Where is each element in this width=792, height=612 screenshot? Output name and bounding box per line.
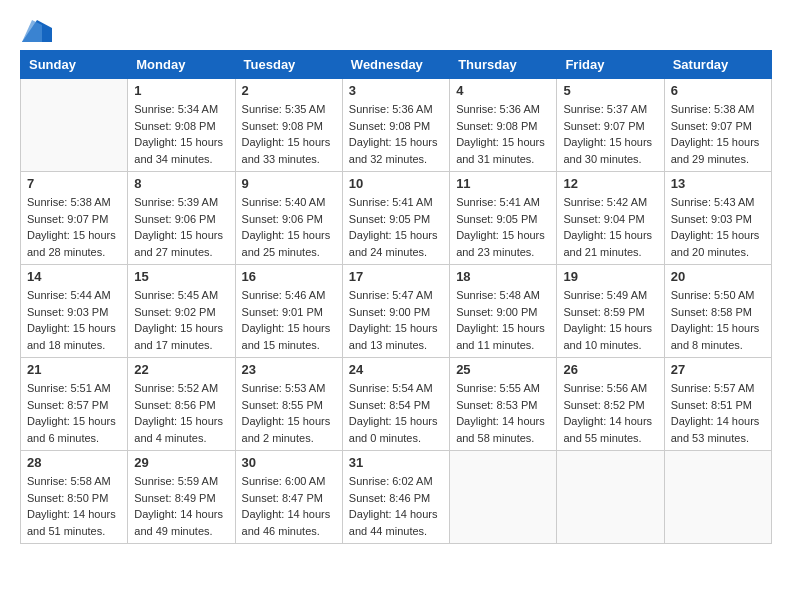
- calendar-cell: [557, 451, 664, 544]
- calendar-cell: 22Sunrise: 5:52 AMSunset: 8:56 PMDayligh…: [128, 358, 235, 451]
- calendar-cell: [664, 451, 771, 544]
- logo: [20, 20, 52, 40]
- day-info: Sunrise: 5:46 AMSunset: 9:01 PMDaylight:…: [242, 287, 336, 353]
- calendar-cell: 30Sunrise: 6:00 AMSunset: 8:47 PMDayligh…: [235, 451, 342, 544]
- day-number: 18: [456, 269, 550, 284]
- calendar-cell: 26Sunrise: 5:56 AMSunset: 8:52 PMDayligh…: [557, 358, 664, 451]
- day-info: Sunrise: 5:56 AMSunset: 8:52 PMDaylight:…: [563, 380, 657, 446]
- calendar-header-wednesday: Wednesday: [342, 51, 449, 79]
- day-number: 1: [134, 83, 228, 98]
- calendar-week-row: 21Sunrise: 5:51 AMSunset: 8:57 PMDayligh…: [21, 358, 772, 451]
- day-number: 21: [27, 362, 121, 377]
- calendar-week-row: 7Sunrise: 5:38 AMSunset: 9:07 PMDaylight…: [21, 172, 772, 265]
- day-number: 6: [671, 83, 765, 98]
- day-info: Sunrise: 5:41 AMSunset: 9:05 PMDaylight:…: [349, 194, 443, 260]
- calendar-cell: 5Sunrise: 5:37 AMSunset: 9:07 PMDaylight…: [557, 79, 664, 172]
- day-info: Sunrise: 5:34 AMSunset: 9:08 PMDaylight:…: [134, 101, 228, 167]
- day-info: Sunrise: 5:58 AMSunset: 8:50 PMDaylight:…: [27, 473, 121, 539]
- day-number: 28: [27, 455, 121, 470]
- day-number: 16: [242, 269, 336, 284]
- day-info: Sunrise: 5:45 AMSunset: 9:02 PMDaylight:…: [134, 287, 228, 353]
- day-info: Sunrise: 5:51 AMSunset: 8:57 PMDaylight:…: [27, 380, 121, 446]
- day-info: Sunrise: 5:41 AMSunset: 9:05 PMDaylight:…: [456, 194, 550, 260]
- calendar-header-sunday: Sunday: [21, 51, 128, 79]
- day-info: Sunrise: 5:35 AMSunset: 9:08 PMDaylight:…: [242, 101, 336, 167]
- calendar-cell: 6Sunrise: 5:38 AMSunset: 9:07 PMDaylight…: [664, 79, 771, 172]
- day-number: 5: [563, 83, 657, 98]
- day-number: 11: [456, 176, 550, 191]
- day-number: 7: [27, 176, 121, 191]
- day-number: 14: [27, 269, 121, 284]
- calendar-cell: 17Sunrise: 5:47 AMSunset: 9:00 PMDayligh…: [342, 265, 449, 358]
- day-number: 29: [134, 455, 228, 470]
- day-info: Sunrise: 5:53 AMSunset: 8:55 PMDaylight:…: [242, 380, 336, 446]
- day-info: Sunrise: 6:00 AMSunset: 8:47 PMDaylight:…: [242, 473, 336, 539]
- day-number: 13: [671, 176, 765, 191]
- day-info: Sunrise: 5:54 AMSunset: 8:54 PMDaylight:…: [349, 380, 443, 446]
- calendar-cell: 9Sunrise: 5:40 AMSunset: 9:06 PMDaylight…: [235, 172, 342, 265]
- day-number: 15: [134, 269, 228, 284]
- day-info: Sunrise: 5:49 AMSunset: 8:59 PMDaylight:…: [563, 287, 657, 353]
- calendar-cell: 28Sunrise: 5:58 AMSunset: 8:50 PMDayligh…: [21, 451, 128, 544]
- calendar-cell: 7Sunrise: 5:38 AMSunset: 9:07 PMDaylight…: [21, 172, 128, 265]
- calendar-header-row: SundayMondayTuesdayWednesdayThursdayFrid…: [21, 51, 772, 79]
- day-number: 25: [456, 362, 550, 377]
- day-number: 8: [134, 176, 228, 191]
- day-info: Sunrise: 5:47 AMSunset: 9:00 PMDaylight:…: [349, 287, 443, 353]
- calendar-cell: 3Sunrise: 5:36 AMSunset: 9:08 PMDaylight…: [342, 79, 449, 172]
- day-info: Sunrise: 5:52 AMSunset: 8:56 PMDaylight:…: [134, 380, 228, 446]
- calendar-cell: 4Sunrise: 5:36 AMSunset: 9:08 PMDaylight…: [450, 79, 557, 172]
- calendar-cell: 18Sunrise: 5:48 AMSunset: 9:00 PMDayligh…: [450, 265, 557, 358]
- day-number: 22: [134, 362, 228, 377]
- calendar-header-tuesday: Tuesday: [235, 51, 342, 79]
- calendar-header-friday: Friday: [557, 51, 664, 79]
- calendar-cell: 25Sunrise: 5:55 AMSunset: 8:53 PMDayligh…: [450, 358, 557, 451]
- calendar-cell: 11Sunrise: 5:41 AMSunset: 9:05 PMDayligh…: [450, 172, 557, 265]
- page-header: [20, 20, 772, 40]
- day-number: 12: [563, 176, 657, 191]
- calendar-cell: 15Sunrise: 5:45 AMSunset: 9:02 PMDayligh…: [128, 265, 235, 358]
- calendar-cell: 8Sunrise: 5:39 AMSunset: 9:06 PMDaylight…: [128, 172, 235, 265]
- day-number: 17: [349, 269, 443, 284]
- calendar-cell: 13Sunrise: 5:43 AMSunset: 9:03 PMDayligh…: [664, 172, 771, 265]
- calendar-table: SundayMondayTuesdayWednesdayThursdayFrid…: [20, 50, 772, 544]
- day-info: Sunrise: 5:57 AMSunset: 8:51 PMDaylight:…: [671, 380, 765, 446]
- day-number: 19: [563, 269, 657, 284]
- day-info: Sunrise: 5:36 AMSunset: 9:08 PMDaylight:…: [349, 101, 443, 167]
- day-info: Sunrise: 6:02 AMSunset: 8:46 PMDaylight:…: [349, 473, 443, 539]
- calendar-cell: 21Sunrise: 5:51 AMSunset: 8:57 PMDayligh…: [21, 358, 128, 451]
- day-info: Sunrise: 5:50 AMSunset: 8:58 PMDaylight:…: [671, 287, 765, 353]
- day-number: 3: [349, 83, 443, 98]
- day-info: Sunrise: 5:40 AMSunset: 9:06 PMDaylight:…: [242, 194, 336, 260]
- calendar-week-row: 28Sunrise: 5:58 AMSunset: 8:50 PMDayligh…: [21, 451, 772, 544]
- day-number: 9: [242, 176, 336, 191]
- day-info: Sunrise: 5:37 AMSunset: 9:07 PMDaylight:…: [563, 101, 657, 167]
- day-info: Sunrise: 5:55 AMSunset: 8:53 PMDaylight:…: [456, 380, 550, 446]
- day-number: 10: [349, 176, 443, 191]
- calendar-cell: 20Sunrise: 5:50 AMSunset: 8:58 PMDayligh…: [664, 265, 771, 358]
- day-number: 23: [242, 362, 336, 377]
- calendar-cell: 10Sunrise: 5:41 AMSunset: 9:05 PMDayligh…: [342, 172, 449, 265]
- logo-icon: [22, 20, 52, 42]
- calendar-cell: 29Sunrise: 5:59 AMSunset: 8:49 PMDayligh…: [128, 451, 235, 544]
- day-info: Sunrise: 5:59 AMSunset: 8:49 PMDaylight:…: [134, 473, 228, 539]
- calendar-cell: 12Sunrise: 5:42 AMSunset: 9:04 PMDayligh…: [557, 172, 664, 265]
- day-info: Sunrise: 5:38 AMSunset: 9:07 PMDaylight:…: [671, 101, 765, 167]
- day-number: 4: [456, 83, 550, 98]
- calendar-header-monday: Monday: [128, 51, 235, 79]
- day-info: Sunrise: 5:38 AMSunset: 9:07 PMDaylight:…: [27, 194, 121, 260]
- day-info: Sunrise: 5:48 AMSunset: 9:00 PMDaylight:…: [456, 287, 550, 353]
- calendar-cell: 14Sunrise: 5:44 AMSunset: 9:03 PMDayligh…: [21, 265, 128, 358]
- day-info: Sunrise: 5:44 AMSunset: 9:03 PMDaylight:…: [27, 287, 121, 353]
- calendar-cell: 24Sunrise: 5:54 AMSunset: 8:54 PMDayligh…: [342, 358, 449, 451]
- day-number: 26: [563, 362, 657, 377]
- calendar-cell: [21, 79, 128, 172]
- calendar-cell: 16Sunrise: 5:46 AMSunset: 9:01 PMDayligh…: [235, 265, 342, 358]
- day-info: Sunrise: 5:42 AMSunset: 9:04 PMDaylight:…: [563, 194, 657, 260]
- day-number: 20: [671, 269, 765, 284]
- day-number: 31: [349, 455, 443, 470]
- day-number: 2: [242, 83, 336, 98]
- calendar-cell: 27Sunrise: 5:57 AMSunset: 8:51 PMDayligh…: [664, 358, 771, 451]
- calendar-cell: 23Sunrise: 5:53 AMSunset: 8:55 PMDayligh…: [235, 358, 342, 451]
- calendar-cell: 31Sunrise: 6:02 AMSunset: 8:46 PMDayligh…: [342, 451, 449, 544]
